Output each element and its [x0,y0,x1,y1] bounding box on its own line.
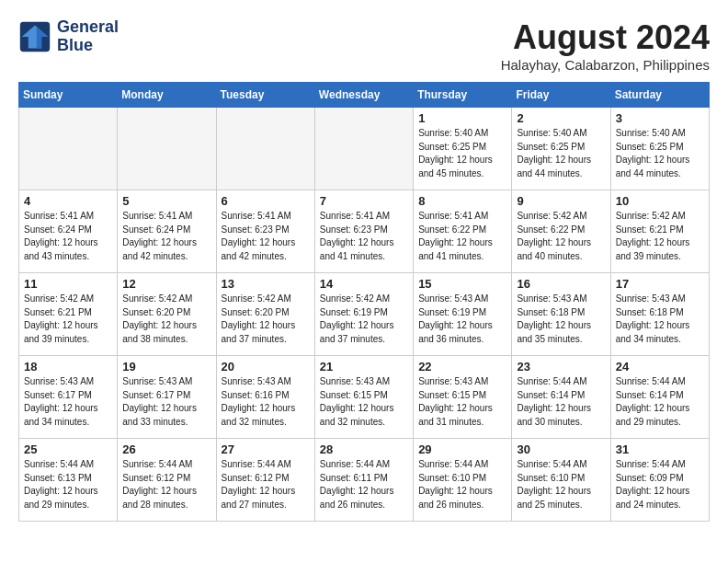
day-info: Sunrise: 5:40 AM Sunset: 6:25 PM Dayligh… [418,127,506,180]
day-info: Sunrise: 5:44 AM Sunset: 6:09 PM Dayligh… [616,458,704,511]
day-number: 10 [616,194,704,208]
day-info: Sunrise: 5:42 AM Sunset: 6:22 PM Dayligh… [517,210,605,263]
header: General Blue August 2024 Halayhay, Calab… [18,18,710,73]
day-cell: 21Sunrise: 5:43 AM Sunset: 6:15 PM Dayli… [314,356,413,439]
day-cell: 12Sunrise: 5:42 AM Sunset: 6:20 PM Dayli… [118,273,216,356]
day-number: 13 [222,277,310,291]
header-cell-tuesday: Tuesday [216,83,314,108]
day-cell: 31Sunrise: 5:44 AM Sunset: 6:09 PM Dayli… [610,439,709,522]
day-number: 21 [320,360,408,373]
day-cell: 5Sunrise: 5:41 AM Sunset: 6:24 PM Daylig… [118,190,216,273]
header-cell-friday: Friday [512,83,610,108]
day-info: Sunrise: 5:44 AM Sunset: 6:14 PM Dayligh… [517,375,605,429]
day-info: Sunrise: 5:42 AM Sunset: 6:19 PM Dayligh… [320,293,408,346]
day-number: 11 [24,277,112,291]
day-cell: 1Sunrise: 5:40 AM Sunset: 6:25 PM Daylig… [414,108,512,190]
day-number: 16 [517,277,605,291]
header-cell-thursday: Thursday [414,83,512,108]
logo: General Blue [18,18,119,55]
day-cell: 15Sunrise: 5:43 AM Sunset: 6:19 PM Dayli… [414,273,512,356]
day-cell: 25Sunrise: 5:44 AM Sunset: 6:13 PM Dayli… [19,439,118,522]
day-cell: 7Sunrise: 5:41 AM Sunset: 6:23 PM Daylig… [314,190,413,273]
week-row-2: 11Sunrise: 5:42 AM Sunset: 6:21 PM Dayli… [19,273,710,356]
day-info: Sunrise: 5:41 AM Sunset: 6:24 PM Dayligh… [122,210,210,263]
day-number: 8 [418,194,506,208]
day-cell [19,108,118,190]
day-number: 12 [122,277,210,291]
day-cell: 20Sunrise: 5:43 AM Sunset: 6:16 PM Dayli… [216,356,314,439]
day-info: Sunrise: 5:43 AM Sunset: 6:15 PM Dayligh… [418,375,506,429]
location-title: Halayhay, Calabarzon, Philippines [501,57,710,73]
day-number: 28 [320,442,408,456]
header-cell-monday: Monday [118,83,216,108]
day-number: 25 [24,442,112,456]
day-info: Sunrise: 5:44 AM Sunset: 6:10 PM Dayligh… [517,458,605,511]
day-cell [118,108,216,190]
day-cell: 16Sunrise: 5:43 AM Sunset: 6:18 PM Dayli… [512,273,610,356]
day-info: Sunrise: 5:41 AM Sunset: 6:23 PM Dayligh… [222,210,310,263]
day-number: 29 [418,442,506,456]
day-info: Sunrise: 5:40 AM Sunset: 6:25 PM Dayligh… [616,127,704,180]
day-info: Sunrise: 5:43 AM Sunset: 6:15 PM Dayligh… [320,375,408,429]
day-cell: 28Sunrise: 5:44 AM Sunset: 6:11 PM Dayli… [314,439,413,522]
day-cell: 4Sunrise: 5:41 AM Sunset: 6:24 PM Daylig… [19,190,118,273]
header-cell-sunday: Sunday [19,83,118,108]
day-number: 26 [122,442,210,456]
day-cell: 22Sunrise: 5:43 AM Sunset: 6:15 PM Dayli… [414,356,512,439]
day-cell: 8Sunrise: 5:41 AM Sunset: 6:22 PM Daylig… [414,190,512,273]
day-info: Sunrise: 5:43 AM Sunset: 6:19 PM Dayligh… [418,293,506,346]
day-cell: 18Sunrise: 5:43 AM Sunset: 6:17 PM Dayli… [19,356,118,439]
day-number: 7 [320,194,408,208]
day-number: 6 [222,194,310,208]
day-info: Sunrise: 5:41 AM Sunset: 6:24 PM Dayligh… [24,210,112,263]
day-info: Sunrise: 5:42 AM Sunset: 6:21 PM Dayligh… [616,210,704,263]
day-cell: 29Sunrise: 5:44 AM Sunset: 6:10 PM Dayli… [414,439,512,522]
day-info: Sunrise: 5:44 AM Sunset: 6:10 PM Dayligh… [418,458,506,511]
day-number: 1 [418,111,506,125]
day-cell: 10Sunrise: 5:42 AM Sunset: 6:21 PM Dayli… [610,190,709,273]
day-cell: 13Sunrise: 5:42 AM Sunset: 6:20 PM Dayli… [216,273,314,356]
day-info: Sunrise: 5:42 AM Sunset: 6:20 PM Dayligh… [122,293,210,346]
day-info: Sunrise: 5:43 AM Sunset: 6:18 PM Dayligh… [517,293,605,346]
day-number: 18 [24,360,112,373]
day-number: 22 [418,360,506,373]
day-number: 17 [616,277,704,291]
day-cell: 14Sunrise: 5:42 AM Sunset: 6:19 PM Dayli… [314,273,413,356]
day-number: 31 [616,442,704,456]
day-cell: 17Sunrise: 5:43 AM Sunset: 6:18 PM Dayli… [610,273,709,356]
day-info: Sunrise: 5:44 AM Sunset: 6:12 PM Dayligh… [122,458,210,511]
day-cell [314,108,413,190]
day-cell: 9Sunrise: 5:42 AM Sunset: 6:22 PM Daylig… [512,190,610,273]
day-info: Sunrise: 5:43 AM Sunset: 6:18 PM Dayligh… [616,293,704,346]
header-cell-wednesday: Wednesday [314,83,413,108]
header-row: SundayMondayTuesdayWednesdayThursdayFrid… [19,83,710,108]
day-number: 24 [616,360,704,373]
logo-icon [18,20,51,53]
day-cell: 3Sunrise: 5:40 AM Sunset: 6:25 PM Daylig… [610,108,709,190]
week-row-0: 1Sunrise: 5:40 AM Sunset: 6:25 PM Daylig… [19,108,710,190]
day-number: 9 [517,194,605,208]
day-cell: 11Sunrise: 5:42 AM Sunset: 6:21 PM Dayli… [19,273,118,356]
day-info: Sunrise: 5:42 AM Sunset: 6:20 PM Dayligh… [222,293,310,346]
day-cell: 24Sunrise: 5:44 AM Sunset: 6:14 PM Dayli… [610,356,709,439]
day-info: Sunrise: 5:42 AM Sunset: 6:21 PM Dayligh… [24,293,112,346]
day-info: Sunrise: 5:43 AM Sunset: 6:16 PM Dayligh… [222,375,310,429]
day-number: 4 [24,194,112,208]
day-cell: 19Sunrise: 5:43 AM Sunset: 6:17 PM Dayli… [118,356,216,439]
day-number: 2 [517,111,605,125]
logo-text: General Blue [57,18,119,55]
day-info: Sunrise: 5:43 AM Sunset: 6:17 PM Dayligh… [122,375,210,429]
day-info: Sunrise: 5:44 AM Sunset: 6:13 PM Dayligh… [24,458,112,511]
day-cell: 26Sunrise: 5:44 AM Sunset: 6:12 PM Dayli… [118,439,216,522]
day-info: Sunrise: 5:41 AM Sunset: 6:22 PM Dayligh… [418,210,506,263]
day-cell: 23Sunrise: 5:44 AM Sunset: 6:14 PM Dayli… [512,356,610,439]
day-cell [216,108,314,190]
day-cell: 30Sunrise: 5:44 AM Sunset: 6:10 PM Dayli… [512,439,610,522]
day-number: 30 [517,442,605,456]
day-number: 5 [122,194,210,208]
day-info: Sunrise: 5:40 AM Sunset: 6:25 PM Dayligh… [517,127,605,180]
day-info: Sunrise: 5:44 AM Sunset: 6:11 PM Dayligh… [320,458,408,511]
logo-line1: General [57,18,119,37]
month-title: August 2024 [501,18,710,57]
day-info: Sunrise: 5:41 AM Sunset: 6:23 PM Dayligh… [320,210,408,263]
